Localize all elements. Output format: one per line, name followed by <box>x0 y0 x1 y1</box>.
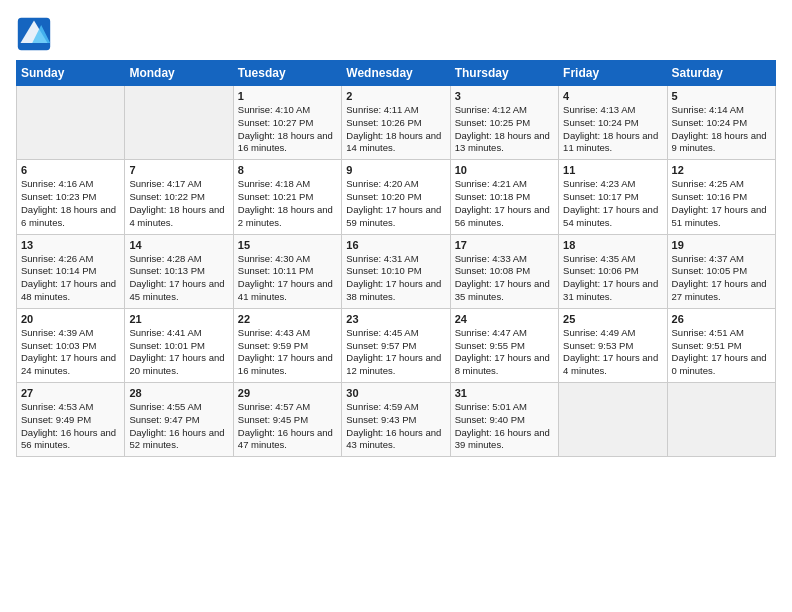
weekday-header-sunday: Sunday <box>17 61 125 86</box>
day-cell <box>559 383 667 457</box>
day-content: Sunrise: 4:35 AMSunset: 10:06 PMDaylight… <box>563 253 662 304</box>
day-content: Sunrise: 4:41 AMSunset: 10:01 PMDaylight… <box>129 327 228 378</box>
day-cell: 28Sunrise: 4:55 AMSunset: 9:47 PMDayligh… <box>125 383 233 457</box>
day-cell: 12Sunrise: 4:25 AMSunset: 10:16 PMDaylig… <box>667 160 775 234</box>
day-cell: 25Sunrise: 4:49 AMSunset: 9:53 PMDayligh… <box>559 308 667 382</box>
day-number: 12 <box>672 164 771 176</box>
day-cell: 1Sunrise: 4:10 AMSunset: 10:27 PMDayligh… <box>233 86 341 160</box>
week-row-2: 6Sunrise: 4:16 AMSunset: 10:23 PMDayligh… <box>17 160 776 234</box>
day-cell: 23Sunrise: 4:45 AMSunset: 9:57 PMDayligh… <box>342 308 450 382</box>
day-cell: 3Sunrise: 4:12 AMSunset: 10:25 PMDayligh… <box>450 86 558 160</box>
day-content: Sunrise: 4:10 AMSunset: 10:27 PMDaylight… <box>238 104 337 155</box>
day-content: Sunrise: 4:14 AMSunset: 10:24 PMDaylight… <box>672 104 771 155</box>
day-cell <box>125 86 233 160</box>
day-number: 25 <box>563 313 662 325</box>
day-cell: 7Sunrise: 4:17 AMSunset: 10:22 PMDayligh… <box>125 160 233 234</box>
day-number: 7 <box>129 164 228 176</box>
day-content: Sunrise: 4:49 AMSunset: 9:53 PMDaylight:… <box>563 327 662 378</box>
day-cell: 19Sunrise: 4:37 AMSunset: 10:05 PMDaylig… <box>667 234 775 308</box>
day-number: 4 <box>563 90 662 102</box>
day-content: Sunrise: 4:13 AMSunset: 10:24 PMDaylight… <box>563 104 662 155</box>
day-content: Sunrise: 4:16 AMSunset: 10:23 PMDaylight… <box>21 178 120 229</box>
day-cell: 30Sunrise: 4:59 AMSunset: 9:43 PMDayligh… <box>342 383 450 457</box>
day-number: 28 <box>129 387 228 399</box>
week-row-4: 20Sunrise: 4:39 AMSunset: 10:03 PMDaylig… <box>17 308 776 382</box>
day-cell: 2Sunrise: 4:11 AMSunset: 10:26 PMDayligh… <box>342 86 450 160</box>
day-cell: 5Sunrise: 4:14 AMSunset: 10:24 PMDayligh… <box>667 86 775 160</box>
day-number: 13 <box>21 239 120 251</box>
day-cell: 18Sunrise: 4:35 AMSunset: 10:06 PMDaylig… <box>559 234 667 308</box>
page-header <box>16 16 776 52</box>
day-number: 3 <box>455 90 554 102</box>
day-number: 31 <box>455 387 554 399</box>
day-content: Sunrise: 4:43 AMSunset: 9:59 PMDaylight:… <box>238 327 337 378</box>
day-number: 5 <box>672 90 771 102</box>
day-content: Sunrise: 4:59 AMSunset: 9:43 PMDaylight:… <box>346 401 445 452</box>
day-cell: 24Sunrise: 4:47 AMSunset: 9:55 PMDayligh… <box>450 308 558 382</box>
day-number: 1 <box>238 90 337 102</box>
day-cell: 21Sunrise: 4:41 AMSunset: 10:01 PMDaylig… <box>125 308 233 382</box>
day-cell: 13Sunrise: 4:26 AMSunset: 10:14 PMDaylig… <box>17 234 125 308</box>
day-number: 6 <box>21 164 120 176</box>
calendar-table: SundayMondayTuesdayWednesdayThursdayFrid… <box>16 60 776 457</box>
day-number: 29 <box>238 387 337 399</box>
day-number: 23 <box>346 313 445 325</box>
day-cell: 9Sunrise: 4:20 AMSunset: 10:20 PMDayligh… <box>342 160 450 234</box>
day-cell: 20Sunrise: 4:39 AMSunset: 10:03 PMDaylig… <box>17 308 125 382</box>
day-number: 20 <box>21 313 120 325</box>
day-number: 30 <box>346 387 445 399</box>
day-content: Sunrise: 4:21 AMSunset: 10:18 PMDaylight… <box>455 178 554 229</box>
day-number: 2 <box>346 90 445 102</box>
day-content: Sunrise: 4:25 AMSunset: 10:16 PMDaylight… <box>672 178 771 229</box>
day-cell: 26Sunrise: 4:51 AMSunset: 9:51 PMDayligh… <box>667 308 775 382</box>
day-content: Sunrise: 4:37 AMSunset: 10:05 PMDaylight… <box>672 253 771 304</box>
day-content: Sunrise: 4:23 AMSunset: 10:17 PMDaylight… <box>563 178 662 229</box>
day-cell: 10Sunrise: 4:21 AMSunset: 10:18 PMDaylig… <box>450 160 558 234</box>
day-number: 19 <box>672 239 771 251</box>
day-cell: 4Sunrise: 4:13 AMSunset: 10:24 PMDayligh… <box>559 86 667 160</box>
day-cell: 15Sunrise: 4:30 AMSunset: 10:11 PMDaylig… <box>233 234 341 308</box>
weekday-header-row: SundayMondayTuesdayWednesdayThursdayFrid… <box>17 61 776 86</box>
day-content: Sunrise: 4:12 AMSunset: 10:25 PMDaylight… <box>455 104 554 155</box>
day-cell: 17Sunrise: 4:33 AMSunset: 10:08 PMDaylig… <box>450 234 558 308</box>
day-content: Sunrise: 4:53 AMSunset: 9:49 PMDaylight:… <box>21 401 120 452</box>
day-content: Sunrise: 4:55 AMSunset: 9:47 PMDaylight:… <box>129 401 228 452</box>
week-row-3: 13Sunrise: 4:26 AMSunset: 10:14 PMDaylig… <box>17 234 776 308</box>
day-number: 21 <box>129 313 228 325</box>
day-cell: 14Sunrise: 4:28 AMSunset: 10:13 PMDaylig… <box>125 234 233 308</box>
logo <box>16 16 56 52</box>
day-content: Sunrise: 4:18 AMSunset: 10:21 PMDaylight… <box>238 178 337 229</box>
day-content: Sunrise: 4:31 AMSunset: 10:10 PMDaylight… <box>346 253 445 304</box>
day-number: 14 <box>129 239 228 251</box>
day-content: Sunrise: 4:26 AMSunset: 10:14 PMDaylight… <box>21 253 120 304</box>
day-number: 22 <box>238 313 337 325</box>
day-content: Sunrise: 4:30 AMSunset: 10:11 PMDaylight… <box>238 253 337 304</box>
week-row-5: 27Sunrise: 4:53 AMSunset: 9:49 PMDayligh… <box>17 383 776 457</box>
weekday-header-friday: Friday <box>559 61 667 86</box>
day-content: Sunrise: 4:47 AMSunset: 9:55 PMDaylight:… <box>455 327 554 378</box>
day-number: 26 <box>672 313 771 325</box>
day-cell: 22Sunrise: 4:43 AMSunset: 9:59 PMDayligh… <box>233 308 341 382</box>
day-cell: 16Sunrise: 4:31 AMSunset: 10:10 PMDaylig… <box>342 234 450 308</box>
day-number: 11 <box>563 164 662 176</box>
weekday-header-saturday: Saturday <box>667 61 775 86</box>
day-content: Sunrise: 4:39 AMSunset: 10:03 PMDaylight… <box>21 327 120 378</box>
weekday-header-thursday: Thursday <box>450 61 558 86</box>
day-cell: 31Sunrise: 5:01 AMSunset: 9:40 PMDayligh… <box>450 383 558 457</box>
day-cell: 29Sunrise: 4:57 AMSunset: 9:45 PMDayligh… <box>233 383 341 457</box>
weekday-header-monday: Monday <box>125 61 233 86</box>
day-cell: 6Sunrise: 4:16 AMSunset: 10:23 PMDayligh… <box>17 160 125 234</box>
day-content: Sunrise: 4:51 AMSunset: 9:51 PMDaylight:… <box>672 327 771 378</box>
day-number: 16 <box>346 239 445 251</box>
day-cell <box>667 383 775 457</box>
day-content: Sunrise: 4:20 AMSunset: 10:20 PMDaylight… <box>346 178 445 229</box>
day-number: 8 <box>238 164 337 176</box>
day-content: Sunrise: 4:17 AMSunset: 10:22 PMDaylight… <box>129 178 228 229</box>
day-number: 17 <box>455 239 554 251</box>
day-cell: 11Sunrise: 4:23 AMSunset: 10:17 PMDaylig… <box>559 160 667 234</box>
day-content: Sunrise: 4:57 AMSunset: 9:45 PMDaylight:… <box>238 401 337 452</box>
day-content: Sunrise: 4:45 AMSunset: 9:57 PMDaylight:… <box>346 327 445 378</box>
day-content: Sunrise: 4:33 AMSunset: 10:08 PMDaylight… <box>455 253 554 304</box>
day-cell: 8Sunrise: 4:18 AMSunset: 10:21 PMDayligh… <box>233 160 341 234</box>
week-row-1: 1Sunrise: 4:10 AMSunset: 10:27 PMDayligh… <box>17 86 776 160</box>
